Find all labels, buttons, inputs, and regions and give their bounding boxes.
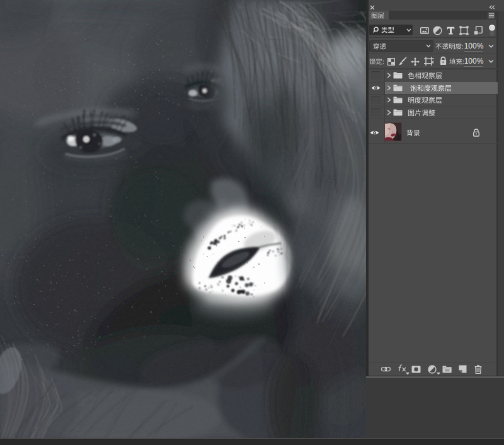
svg-text:100%: 100% xyxy=(464,57,484,66)
svg-text:100%: 100% xyxy=(464,42,484,50)
